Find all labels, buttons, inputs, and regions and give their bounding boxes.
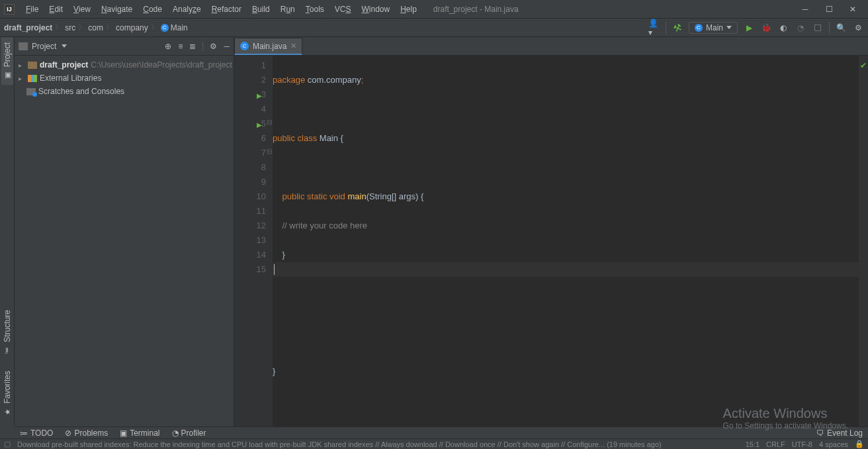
line-number[interactable]: 13 bbox=[234, 233, 266, 248]
error-stripe[interactable]: ✔ bbox=[859, 56, 868, 426]
class-icon: C bbox=[695, 24, 703, 32]
line-number[interactable]: 11 bbox=[234, 204, 266, 219]
run-gutter-icon[interactable]: ▶ bbox=[254, 118, 262, 132]
minimize-icon[interactable]: ─ bbox=[801, 5, 810, 14]
menu-vcs[interactable]: VCS bbox=[330, 3, 356, 16]
debug-icon[interactable]: 🐞 bbox=[760, 22, 772, 34]
divider bbox=[829, 22, 830, 34]
project-tree[interactable]: ▸ draft_project C:\Users\user\IdeaProjec… bbox=[15, 56, 234, 101]
editor-tab-main[interactable]: C Main.java ✕ bbox=[234, 38, 302, 55]
line-number[interactable]: 10 bbox=[234, 189, 266, 204]
search-icon[interactable]: 🔍 bbox=[835, 22, 847, 34]
crumb-src[interactable]: src bbox=[65, 23, 75, 32]
menu-bar: File Edit View Navigate Code Analyze Ref… bbox=[21, 3, 421, 16]
collapse-all-icon[interactable]: ≣ bbox=[189, 42, 196, 51]
line-number[interactable]: 4 bbox=[234, 102, 266, 117]
keyword: public bbox=[273, 133, 295, 143]
status-message[interactable]: Download pre-built shared indexes: Reduc… bbox=[17, 440, 739, 448]
collaborators-icon[interactable]: 👤▾ bbox=[648, 22, 660, 34]
line-number[interactable]: 9 bbox=[234, 175, 266, 189]
expand-icon[interactable]: ▸ bbox=[19, 62, 25, 69]
crumb-com[interactable]: com bbox=[88, 23, 103, 32]
menu-code[interactable]: Code bbox=[138, 3, 167, 16]
expand-all-icon[interactable]: ≡ bbox=[178, 42, 183, 51]
line-number[interactable]: 14 bbox=[234, 248, 266, 262]
project-panel-title[interactable]: Project bbox=[32, 42, 56, 51]
close-icon[interactable]: ✕ bbox=[848, 5, 857, 14]
status-position[interactable]: 15:1 bbox=[746, 440, 760, 448]
menu-file[interactable]: File bbox=[21, 3, 43, 16]
line-number[interactable]: 1 bbox=[234, 58, 266, 73]
maximize-icon[interactable]: ☐ bbox=[824, 5, 834, 14]
line-number[interactable]: 15 bbox=[234, 262, 266, 277]
expand-icon[interactable]: ▸ bbox=[19, 75, 25, 82]
tree-ext-libs[interactable]: ▸ External Libraries bbox=[15, 72, 234, 85]
tool-tab-profiler[interactable]: ◔Profiler bbox=[172, 428, 206, 438]
code-content[interactable]: package com.company; public class Main {… bbox=[273, 58, 859, 408]
params: (String[] args) bbox=[367, 191, 421, 201]
line-number[interactable]: 12 bbox=[234, 219, 266, 233]
tool-tab-todo[interactable]: ≔TODO bbox=[20, 428, 53, 438]
lock-icon[interactable]: 🔒 bbox=[855, 440, 864, 448]
tool-tab-favorites[interactable]: ★Favorites bbox=[1, 366, 13, 421]
run-config-selector[interactable]: C Main bbox=[689, 22, 738, 34]
line-number[interactable]: 2 bbox=[234, 73, 266, 87]
tool-tab-structure[interactable]: ≔Structure bbox=[1, 305, 13, 360]
menu-navigate[interactable]: Navigate bbox=[97, 3, 137, 16]
menu-refactor[interactable]: Refactor bbox=[207, 3, 246, 16]
panel-settings-icon[interactable]: ⚙ bbox=[210, 42, 217, 51]
code-editor[interactable]: 1 2 3 4 5 6 7 8 9 10 11 12 13 14 15 ▶ ▶ … bbox=[234, 56, 868, 426]
stop-icon[interactable] bbox=[812, 22, 824, 34]
analysis-ok-icon[interactable]: ✔ bbox=[860, 58, 867, 73]
fold-icon[interactable]: ⊟ bbox=[266, 148, 272, 154]
menu-view[interactable]: View bbox=[69, 3, 95, 16]
view-mode-dropdown-icon[interactable] bbox=[62, 44, 67, 48]
menu-build[interactable]: Build bbox=[247, 3, 275, 16]
coverage-icon[interactable]: ◐ bbox=[777, 22, 789, 34]
line-number[interactable]: 7 bbox=[234, 146, 266, 160]
build-icon[interactable]: ⚒ bbox=[670, 20, 685, 35]
keyword: class bbox=[295, 133, 317, 143]
run-icon[interactable]: ▶ bbox=[743, 22, 755, 34]
locate-icon[interactable]: ⊕ bbox=[165, 42, 171, 51]
settings-icon[interactable]: ⚙ bbox=[852, 22, 864, 34]
status-indent[interactable]: 4 spaces bbox=[819, 440, 848, 448]
folder-icon: ▣ bbox=[3, 72, 11, 79]
line-number[interactable]: 8 bbox=[234, 160, 266, 175]
star-icon: ★ bbox=[3, 409, 11, 415]
chevron-right-icon: 〉 bbox=[106, 23, 113, 32]
project-icon bbox=[19, 42, 28, 50]
status-line-ending[interactable]: CRLF bbox=[766, 440, 785, 448]
close-tab-icon[interactable]: ✕ bbox=[290, 42, 296, 50]
menu-run[interactable]: Run bbox=[276, 3, 300, 16]
fold-icon[interactable]: ⊟ bbox=[266, 119, 272, 125]
crumb-company[interactable]: company bbox=[116, 23, 148, 32]
classname: Main bbox=[317, 133, 340, 143]
statusbar-toggle-icon[interactable]: ▢ bbox=[4, 440, 11, 448]
breadcrumbs: draft_project 〉 src 〉 com 〉 company 〉 CM… bbox=[4, 23, 188, 32]
tree-root[interactable]: ▸ draft_project C:\Users\user\IdeaProjec… bbox=[15, 58, 234, 72]
hide-panel-icon[interactable]: ─ bbox=[224, 42, 230, 51]
menu-help[interactable]: Help bbox=[396, 3, 421, 16]
status-encoding[interactable]: UTF-8 bbox=[792, 440, 812, 448]
tree-root-path: C:\Users\user\IdeaProjects\draft_project bbox=[91, 60, 232, 70]
menu-analyze[interactable]: Analyze bbox=[168, 3, 206, 16]
editor-area: C Main.java ✕ 1 2 3 4 5 6 7 8 9 10 11 12… bbox=[234, 37, 868, 426]
menu-window[interactable]: Window bbox=[357, 3, 394, 16]
fold-column: ⊟ ⊟ bbox=[266, 56, 273, 426]
tool-tab-terminal[interactable]: ▣Terminal bbox=[120, 428, 159, 438]
tool-tab-project[interactable]: ▣Project bbox=[1, 37, 13, 85]
crumb-project[interactable]: draft_project bbox=[4, 23, 52, 32]
keyword: void bbox=[327, 191, 345, 201]
crumb-main[interactable]: CMain bbox=[161, 23, 188, 32]
menu-tools[interactable]: Tools bbox=[301, 3, 329, 16]
menu-edit[interactable]: Edit bbox=[44, 3, 67, 16]
line-number[interactable]: 6 bbox=[234, 131, 266, 146]
run-gutter-icon[interactable]: ▶ bbox=[254, 89, 262, 103]
watermark-title: Activate Windows bbox=[723, 406, 848, 421]
tree-scratches[interactable]: Scratches and Consoles bbox=[15, 85, 234, 98]
tool-tab-problems[interactable]: ⊘Problems bbox=[65, 428, 108, 438]
brace: } bbox=[273, 250, 285, 260]
crumb-main-label: Main bbox=[171, 23, 188, 32]
profile-icon[interactable]: ◔ bbox=[795, 22, 806, 34]
